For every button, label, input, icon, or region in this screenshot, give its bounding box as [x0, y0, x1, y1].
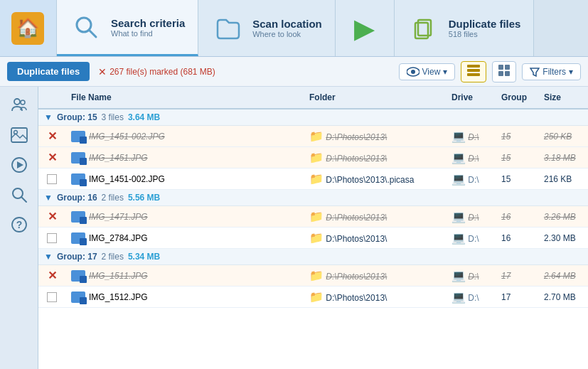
- filters-button[interactable]: Filters ▾: [522, 63, 581, 80]
- group-cell-15-1: 15: [496, 130, 538, 143]
- size-cell-16-1: 3.26 MB: [538, 210, 588, 223]
- svg-line-21: [21, 197, 26, 202]
- col-header-group[interactable]: Group: [496, 90, 538, 105]
- folder-cell-17-2: 📁 D:\Photos\2013\: [304, 289, 446, 305]
- group-name-17: Group: 17: [57, 252, 97, 262]
- row-check-16-2[interactable]: [38, 232, 65, 245]
- folder-cell-16-1: 📁 D:\Photos\2013\: [304, 208, 446, 225]
- group-label-17: ▼ Group: 17 2 files 5.34 MB: [38, 249, 588, 264]
- drive-text-16-1: D:\: [468, 213, 479, 223]
- col-header-size[interactable]: Size: [538, 90, 588, 105]
- sidebar-help-icon[interactable]: ?: [5, 210, 33, 239]
- svg-rect-12: [505, 71, 510, 76]
- row-check-15-3[interactable]: [38, 173, 65, 186]
- drive-text-15-2: D:\: [468, 154, 479, 164]
- table-row: ✕ IMG_1471.JPG 📁 D:\Photos\2013\ 💻 D:\ 1…: [38, 206, 588, 228]
- home-button[interactable]: 🏠: [0, 0, 57, 56]
- view-button[interactable]: View ▾: [399, 63, 456, 80]
- search-criteria-text: Search criteria What to find: [111, 17, 185, 38]
- group-num-15-1: 15: [501, 132, 511, 141]
- search-criteria-tab[interactable]: Search criteria What to find: [57, 0, 198, 56]
- file-name-15-1: IMG_1451-002.JPG: [89, 132, 165, 141]
- drive-text-17-1: D:\: [468, 272, 479, 282]
- group-size-16: 5.56 MB: [128, 193, 160, 203]
- group-num-16-1: 16: [501, 212, 511, 222]
- row-check-16-1[interactable]: ✕: [38, 209, 65, 225]
- group-cell-16-2: 16: [496, 232, 538, 245]
- play-button[interactable]: ▶: [336, 0, 395, 56]
- duplicate-files-tab[interactable]: Duplicate files 518 files: [395, 0, 535, 56]
- group-arrow-icon[interactable]: ▼: [44, 112, 53, 122]
- file-name-15-2: IMG_1451.JPG: [89, 153, 148, 163]
- scan-location-tab[interactable]: Scan location Where to look: [198, 0, 336, 56]
- folder-text-15-1: D:\Photos\2013\: [326, 132, 387, 142]
- svg-rect-10: [505, 65, 510, 70]
- eye-icon: [407, 67, 419, 77]
- table-row: ✕ IMG_1451-002.JPG 📁 D:\Photos\2013\ 💻 D…: [38, 126, 588, 147]
- sidebar-image-icon[interactable]: [5, 121, 33, 149]
- group-size-15: 3.64 MB: [128, 112, 160, 122]
- duplicate-files-button[interactable]: Duplicate files: [7, 62, 90, 81]
- grid-view-button[interactable]: [492, 61, 516, 82]
- svg-point-14: [14, 99, 20, 105]
- sidebar-search-icon[interactable]: [5, 181, 33, 209]
- file-thumb-icon: [71, 292, 85, 303]
- file-thumb-icon: [71, 152, 85, 164]
- svg-rect-8: [467, 73, 480, 76]
- folder-icon: 📁: [309, 173, 324, 185]
- duplicate-files-badge: 518 files: [449, 30, 521, 38]
- drive-text-15-1: D:\: [468, 132, 479, 142]
- file-name-cell-17-2: IMG_1512.JPG: [65, 290, 304, 304]
- col-header-drive[interactable]: Drive: [446, 90, 496, 105]
- sidebar-users-icon[interactable]: [5, 91, 33, 119]
- file-thumb-icon: [71, 211, 85, 223]
- drive-icon: 💻: [451, 130, 466, 142]
- file-name-cell-15-3: IMG_1451-002.JPG: [65, 172, 304, 186]
- checkbox-15-3[interactable]: [47, 174, 57, 184]
- file-name-cell-17-1: IMG_1511.JPG: [65, 269, 304, 283]
- main-area: ? File Name Folder Drive Group Size ▼ Gr…: [0, 87, 588, 369]
- checkbox-16-2[interactable]: [47, 233, 57, 243]
- filter-label: Filters: [542, 67, 566, 77]
- view-chevron-icon: ▾: [443, 67, 447, 77]
- group-num-17-1: 17: [501, 271, 511, 281]
- group-name-16: Group: 16: [57, 193, 97, 203]
- table-row: IMG_1512.JPG 📁 D:\Photos\2013\ 💻 D:\ 17 …: [38, 287, 588, 308]
- file-name-16-2: IMG_2784.JPG: [89, 233, 148, 243]
- row-check-17-2[interactable]: [38, 291, 65, 304]
- folder-text-15-2: D:\Photos\2013\: [326, 154, 387, 164]
- duplicate-files-icon: [407, 12, 440, 45]
- list-view-icon: [467, 65, 480, 76]
- x-mark-icon: ✕: [46, 151, 58, 164]
- group-label-16: ▼ Group: 16 2 files 5.56 MB: [38, 190, 588, 205]
- file-thumb-icon: [71, 232, 85, 244]
- size-cell-15-3: 216 KB: [538, 173, 588, 186]
- folder-cell-16-2: 📁 D:\Photos\2013\: [304, 230, 446, 246]
- file-name-cell-16-2: IMG_2784.JPG: [65, 231, 304, 245]
- file-thumb-icon: [71, 173, 85, 185]
- svg-line-1: [89, 30, 96, 37]
- drive-cell-16-1: 💻 D:\: [446, 208, 496, 225]
- folder-text-16-1: D:\Photos\2013\: [326, 213, 387, 223]
- folder-icon: 📁: [309, 291, 324, 303]
- list-view-button[interactable]: [461, 61, 486, 82]
- svg-point-15: [21, 100, 25, 105]
- group-arrow-icon[interactable]: ▼: [44, 252, 53, 262]
- duplicate-files-title: Duplicate files: [449, 18, 521, 30]
- action-bar: Duplicate files ✕ 267 file(s) marked (68…: [0, 57, 588, 87]
- col-header-filename[interactable]: File Name: [65, 90, 304, 105]
- drive-text-16-2: D:\: [468, 234, 479, 244]
- group-arrow-icon[interactable]: ▼: [44, 193, 53, 203]
- folder-cell-15-2: 📁 D:\Photos\2013\: [304, 149, 446, 166]
- sidebar-play-icon[interactable]: [5, 151, 33, 179]
- folder-text-17-1: D:\Photos\2013\: [326, 272, 387, 282]
- checkbox-17-2[interactable]: [47, 292, 57, 302]
- file-name-cell-15-1: IMG_1451-002.JPG: [65, 129, 304, 144]
- svg-rect-7: [467, 69, 480, 72]
- row-check-15-1[interactable]: ✕: [38, 129, 65, 144]
- col-header-folder[interactable]: Folder: [304, 90, 446, 105]
- top-toolbar: 🏠 Search criteria What to find Scan loca…: [0, 0, 588, 57]
- row-check-15-2[interactable]: ✕: [38, 150, 65, 166]
- size-cell-17-1: 2.64 MB: [538, 269, 588, 282]
- row-check-17-1[interactable]: ✕: [38, 268, 65, 284]
